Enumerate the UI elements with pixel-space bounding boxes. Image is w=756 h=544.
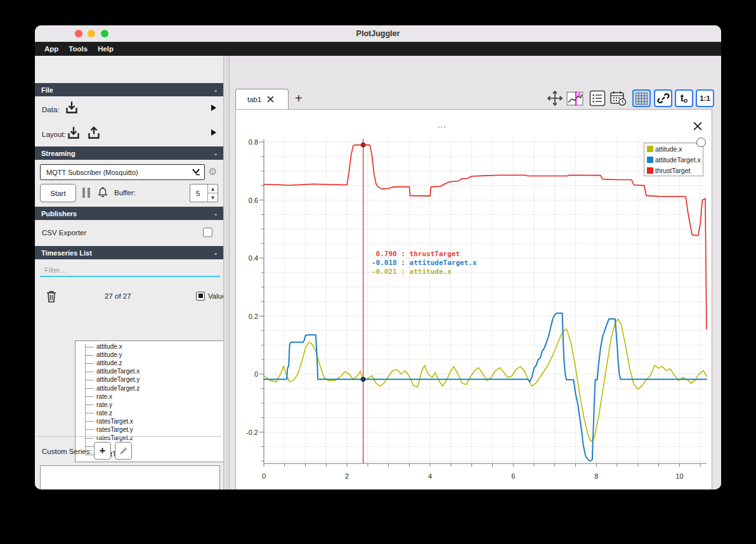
menu-help[interactable]: Help (93, 45, 119, 53)
tab-close-icon[interactable] (267, 96, 274, 103)
menu-app[interactable]: App (39, 45, 63, 53)
pencil-icon (119, 446, 129, 456)
left-panel: File - Data: Layout: Streaming - MQTT Su… (35, 56, 223, 489)
tree-line (85, 446, 94, 447)
tracker-line: 0.790 : thrustTarget (372, 250, 477, 259)
y-tick-label: 0.2 (249, 313, 258, 320)
y-tick-label: 0.8 (249, 138, 258, 146)
layout-menu-arrow-icon[interactable] (211, 129, 216, 136)
separator (37, 436, 221, 437)
spin-down-icon[interactable]: ▼ (208, 193, 218, 202)
plotjuggler-window: PlotJuggler AppToolsHelp File - Data: La… (35, 25, 721, 489)
time-offset-toggle-icon[interactable]: to (675, 89, 693, 107)
add-tab-button[interactable]: + (295, 91, 303, 106)
streaming-section-header[interactable]: Streaming - (35, 146, 223, 160)
notification-bell-icon[interactable] (96, 185, 109, 202)
plot-canvas[interactable]: -0.200.20.40.60.80246810 (236, 110, 713, 489)
collapse-icon[interactable]: - (214, 150, 217, 157)
file-section-header[interactable]: File - (35, 83, 223, 96)
curve-list-icon[interactable] (588, 89, 606, 107)
filter-underline (40, 276, 220, 277)
publishers-section-title: Publishers (41, 210, 77, 217)
tree-line (85, 413, 94, 413)
plot-widget[interactable]: ... -0.200.20.40.60.80246810 0.790 : thr… (235, 109, 712, 489)
legend-entry[interactable]: attitude.x (644, 143, 703, 154)
legend-entry[interactable]: thrustTarget (644, 165, 703, 176)
tree-line (85, 355, 94, 356)
legend-handle-icon[interactable] (696, 138, 706, 147)
x-tick-label: 0 (262, 472, 266, 480)
tree-line (85, 388, 94, 389)
spin-up-icon[interactable]: ▲ (208, 185, 218, 193)
tracker-line: -0.018 : attitudeTarget.x (372, 259, 477, 268)
ratio-1-1-toggle-icon[interactable]: 1:1 (696, 89, 714, 107)
collapse-icon[interactable]: - (214, 86, 217, 94)
series-name: rate.z (96, 410, 112, 417)
pan-zoom-tool-icon[interactable] (545, 89, 564, 107)
y-tick-label: 0.4 (249, 254, 258, 262)
series-name: ratesTarget.x (96, 418, 133, 425)
tree-line (85, 405, 94, 405)
x-tick-label: 6 (511, 472, 515, 480)
layout-label: Layout: (42, 131, 66, 138)
series-name: rate.x (96, 393, 112, 400)
titlebar: PlotJuggler (35, 25, 721, 42)
link-ranges-toggle-icon[interactable] (654, 89, 672, 107)
x-tick-label: 8 (594, 472, 598, 480)
load-data-icon[interactable] (64, 100, 79, 118)
tree-line (85, 347, 94, 347)
custom-series-list[interactable] (40, 465, 220, 489)
series-name: rate.y (96, 401, 112, 408)
series-name: attitude.y (96, 351, 122, 358)
start-button[interactable]: Start (40, 184, 76, 202)
filter-input[interactable]: Filter... (44, 266, 65, 274)
series-name: attitude.x (96, 343, 122, 350)
series-name: attitudeTarget.x (96, 368, 140, 375)
tracker-dot-attitudeTarget (361, 377, 365, 382)
load-layout-icon[interactable] (66, 126, 81, 143)
legend-label: attitudeTarget.x (655, 156, 701, 164)
values-checkbox[interactable] (196, 292, 205, 301)
publishers-section-header[interactable]: Publishers - (35, 207, 223, 220)
series-count: 27 of 27 (105, 292, 131, 300)
legend-swatch (647, 146, 653, 152)
tracker-dot-thrustTarget (361, 143, 365, 147)
tree-line (85, 380, 94, 380)
tracker-readout: 0.790 : thrustTarget-0.018 : attitudeTar… (372, 250, 477, 276)
trash-icon[interactable] (45, 289, 58, 306)
streaming-gear-icon[interactable]: ⚙ (208, 165, 217, 178)
menu-tools[interactable]: Tools (63, 45, 93, 53)
x-tick-label: 2 (345, 472, 349, 480)
add-custom-series-button[interactable]: + (94, 442, 111, 460)
collapse-icon[interactable]: - (214, 210, 217, 217)
pause-icon[interactable] (82, 188, 90, 200)
y-tick-label: -0.2 (246, 429, 258, 436)
menubar: AppToolsHelp (35, 42, 721, 56)
y-tick-label: 0 (254, 370, 258, 378)
tree-line (85, 396, 94, 397)
buffer-spinbox[interactable]: 5 ▲▼ (190, 184, 218, 202)
window-title: PlotJuggler (35, 29, 721, 38)
streaming-source-value: MQTT Subscriber (Mosquitto) (41, 169, 138, 176)
legend-entry[interactable]: attitudeTarget.x (644, 154, 703, 165)
tab-tab1[interactable]: tab1 (235, 89, 289, 109)
panel-splitter[interactable] (223, 56, 230, 489)
data-menu-arrow-icon[interactable] (211, 105, 216, 111)
collapse-icon[interactable]: - (214, 249, 217, 257)
legend-swatch (647, 157, 653, 163)
chevron-down-icon (192, 167, 200, 178)
save-layout-icon[interactable] (86, 126, 101, 143)
grid-view-toggle-icon[interactable] (632, 89, 651, 107)
timeseries-section-header[interactable]: Timeseries List - (35, 246, 223, 259)
svg-text:A: A (577, 91, 581, 98)
tree-line (85, 421, 94, 422)
edit-custom-series-button[interactable] (115, 442, 132, 460)
plot-legend[interactable]: attitude.xattitudeTarget.xthrustTarget (644, 143, 703, 176)
data-label: Data: (42, 106, 60, 113)
tracker-style-icon[interactable]: A (566, 89, 584, 107)
x-tick-label: 10 (675, 472, 683, 480)
csv-exporter-label: CSV Exporter (42, 229, 86, 236)
streaming-source-select[interactable]: MQTT Subscriber (Mosquitto) (40, 164, 205, 180)
csv-exporter-checkbox[interactable] (203, 228, 212, 237)
buffer-time-icon[interactable] (609, 89, 627, 107)
